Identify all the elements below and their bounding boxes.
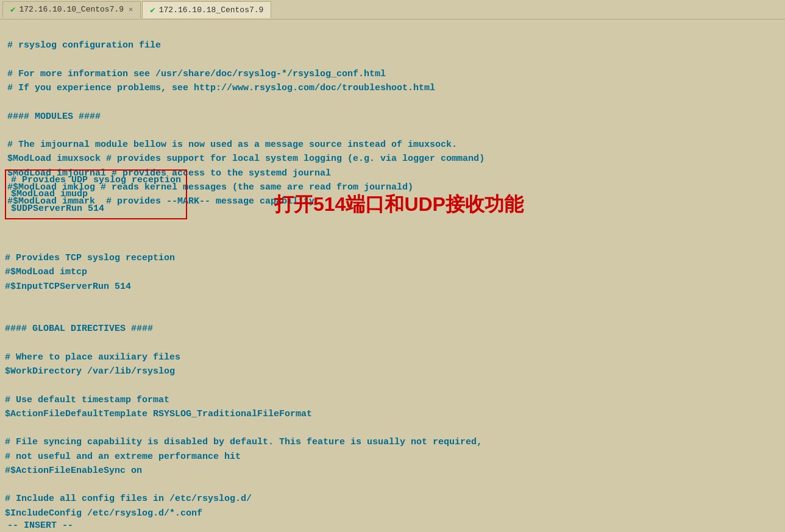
tab-1-label: 172.16.10.10_Centos7.9 (19, 5, 124, 14)
annotation-label: 打开514端口和UDP接收功能 (274, 191, 524, 218)
close-icon-1[interactable]: ✕ (129, 5, 133, 14)
udp-section: # Provides UDP syslog reception $ModLoad… (5, 169, 187, 219)
check-icon-2: ✔ (150, 5, 155, 15)
tcp-lines: # Provides TCP syslog reception #$ModLoa… (5, 251, 482, 532)
line-4: # If you experience problems, see http:/… (7, 83, 435, 93)
line-3: # For more information see /usr/share/do… (7, 69, 386, 79)
editor-area: # rsyslog configuration file # For more … (0, 20, 785, 532)
insert-status: -- INSERT -- (7, 520, 73, 531)
tab-2[interactable]: ✔ 172.16.10.18_Centos7.9 (142, 1, 271, 18)
line-8: # The imjournal module bellow is now use… (7, 140, 457, 150)
red-highlight-box: # Provides UDP syslog reception $ModLoad… (5, 169, 187, 219)
line-1: # rsyslog configuration file (7, 40, 161, 51)
tab-2-label: 172.16.10.18_Centos7.9 (159, 5, 264, 15)
tab-1[interactable]: ✔ 172.16.10.10_Centos7.9 ✕ (2, 1, 141, 18)
tcp-section: # Provides TCP syslog reception #$ModLoa… (5, 251, 482, 532)
line-6: #### MODULES #### (7, 112, 101, 122)
line-9: $ModLoad imuxsock # provides support for… (7, 154, 485, 164)
udp-lines: # Provides UDP syslog reception $ModLoad… (11, 173, 181, 216)
tab-bar: ✔ 172.16.10.10_Centos7.9 ✕ ✔ 172.16.10.1… (0, 0, 785, 20)
status-bar: -- INSERT -- (0, 519, 785, 532)
check-icon-1: ✔ (10, 4, 15, 15)
